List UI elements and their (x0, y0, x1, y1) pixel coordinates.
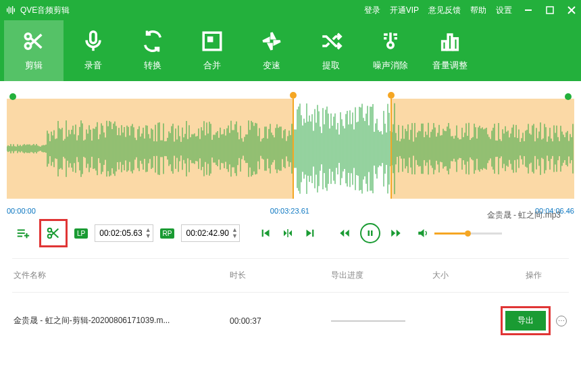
app-title: QVE音频剪辑 (20, 5, 70, 16)
svg-rect-4 (14, 8, 15, 11)
svg-marker-20 (274, 41, 280, 44)
svg-marker-51 (418, 229, 424, 237)
svg-rect-16 (207, 36, 213, 42)
tool-volume[interactable]: 音量调整 (420, 20, 480, 81)
svg-marker-42 (288, 230, 292, 237)
cut-selection-button[interactable] (44, 224, 63, 243)
tool-cut-label: 剪辑 (25, 59, 43, 72)
merge-icon (201, 30, 224, 53)
maximize-icon[interactable] (546, 6, 554, 14)
svg-marker-49 (391, 230, 395, 237)
shuffle-icon (320, 30, 343, 53)
selection-left-line[interactable] (293, 99, 294, 199)
time-mid: 00:03:23.61 (270, 207, 309, 215)
app-logo-icon (5, 5, 16, 16)
bars-icon (438, 30, 461, 53)
range-end-knob[interactable] (565, 93, 572, 100)
spinner-icon[interactable]: ▲▼ (145, 227, 151, 239)
tool-cut[interactable]: 剪辑 (4, 20, 64, 81)
svg-rect-6 (547, 7, 553, 14)
play-pause-button[interactable] (360, 223, 380, 243)
spinner-icon[interactable]: ▲▼ (232, 227, 238, 239)
export-button[interactable]: 导出 (505, 311, 546, 330)
volume-slider[interactable] (434, 232, 502, 235)
file-duration: 00:00:37 (230, 316, 331, 326)
tool-convert[interactable]: 转换 (123, 20, 182, 81)
go-start-icon[interactable] (260, 227, 272, 239)
link-vip[interactable]: 开通VIP (390, 5, 419, 16)
scissors-icon (22, 30, 45, 53)
more-actions-button[interactable]: ⋯ (556, 316, 567, 326)
progress-bar (331, 320, 405, 322)
lp-tag[interactable]: LP (74, 228, 88, 239)
time-start: 00:00:00 (7, 207, 36, 215)
svg-marker-46 (345, 230, 349, 237)
highlight-export-button: 导出 (501, 306, 551, 335)
close-icon[interactable] (567, 6, 576, 14)
waveform-svg (7, 99, 574, 199)
go-end-icon[interactable] (303, 227, 315, 239)
scissors-icon (46, 226, 61, 241)
tool-extract[interactable]: 提取 (301, 20, 361, 81)
denoise-icon (379, 30, 402, 53)
rewind-icon[interactable] (338, 227, 351, 239)
svg-marker-39 (264, 230, 270, 237)
svg-rect-27 (448, 34, 452, 50)
forward-icon[interactable] (390, 227, 402, 239)
minimize-icon[interactable] (524, 6, 532, 14)
svg-rect-47 (368, 230, 370, 236)
svg-rect-3 (12, 6, 13, 14)
svg-marker-18 (269, 44, 272, 50)
file-name: 金贵晟 - 虹之间-剪辑-20200806171039.m... (14, 315, 230, 326)
svg-marker-43 (306, 230, 311, 237)
left-time-input[interactable]: 00:02:05.63 ▲▼ (95, 224, 153, 242)
selection-right-line[interactable] (390, 99, 392, 199)
svg-rect-0 (7, 8, 7, 11)
svg-rect-13 (91, 32, 97, 43)
rp-tag[interactable]: RP (160, 228, 175, 239)
list-plus-icon (16, 226, 30, 241)
trim-in-icon[interactable] (282, 227, 294, 239)
svg-marker-40 (284, 230, 287, 237)
range-start-knob[interactable] (9, 93, 16, 100)
link-login[interactable]: 登录 (364, 5, 380, 16)
table-row: 金贵晟 - 虹之间-剪辑-20200806171039.m... 00:00:3… (0, 297, 581, 345)
link-feedback[interactable]: 意见反馈 (428, 5, 461, 16)
svg-rect-28 (454, 39, 458, 50)
svg-rect-48 (371, 230, 373, 236)
link-settings[interactable]: 设置 (496, 5, 512, 16)
speed-icon (260, 30, 283, 53)
tool-record[interactable]: 录音 (64, 20, 123, 81)
selection-right-knob[interactable] (388, 92, 395, 99)
pause-icon (366, 229, 374, 237)
svg-marker-19 (263, 39, 269, 41)
waveform-panel[interactable]: 00:00:00 00:03:23.61 00:04:06.46 (7, 87, 574, 215)
svg-rect-2 (10, 7, 11, 13)
cycle-icon (141, 30, 164, 53)
svg-marker-17 (272, 32, 274, 39)
right-time-input[interactable]: 00:02:42.90 ▲▼ (181, 224, 239, 242)
svg-rect-1 (9, 7, 9, 14)
tool-merge[interactable]: 合并 (182, 20, 242, 81)
table-header: 文件名称 时长 导出进度 大小 操作 (0, 263, 581, 288)
svg-marker-45 (340, 230, 344, 237)
selection-left-knob[interactable] (290, 92, 297, 99)
add-marker-button[interactable] (14, 224, 32, 243)
svg-rect-26 (443, 41, 447, 50)
tool-denoise[interactable]: 噪声消除 (361, 20, 420, 81)
tool-speed[interactable]: 变速 (242, 20, 301, 81)
link-help[interactable]: 帮助 (470, 5, 486, 16)
svg-point-21 (388, 42, 394, 48)
speaker-icon[interactable] (417, 227, 429, 239)
microphone-icon (82, 30, 105, 53)
now-playing: 金贵晟 - 虹之间.mp3 (487, 210, 561, 221)
highlight-cut-button (39, 219, 68, 247)
svg-marker-50 (397, 230, 401, 237)
